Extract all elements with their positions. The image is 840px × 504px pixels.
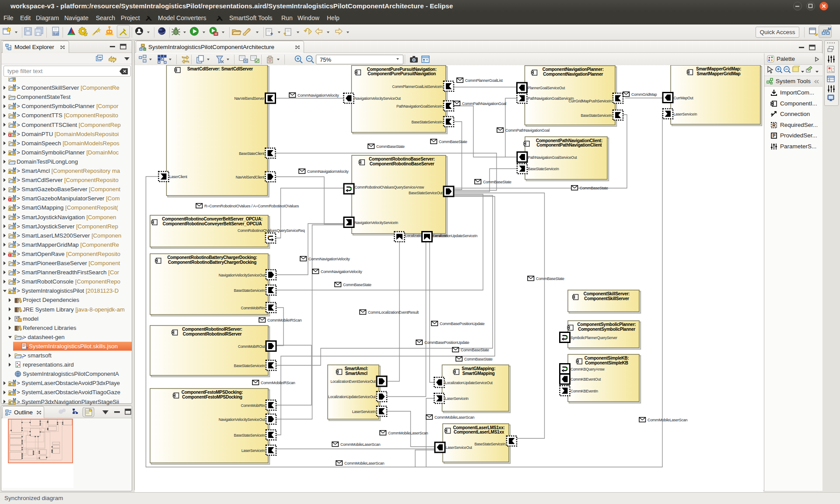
svg-text:ComponentSkillServer: ComponentSkillServer — [584, 296, 629, 301]
svg-text:ComponentRobotinoIRServer:: ComponentRobotinoIRServer: — [182, 327, 242, 332]
svg-text:x: x — [9, 133, 11, 136]
svg-text:LocalizationUpdateServiceOut: LocalizationUpdateServiceOut — [328, 395, 376, 399]
svg-text:LocalizationUpdateServiceIn: LocalizationUpdateServiceIn — [433, 234, 478, 238]
svg-text:BaseStateServiceIn: BaseStateServiceIn — [581, 113, 612, 118]
svg-text:ComponentRobotinoBaseServer: ComponentRobotinoBaseServer — [370, 161, 434, 166]
svg-text:CommBasePositionUpdate: CommBasePositionUpdate — [440, 322, 485, 326]
svg-text:P: P — [773, 133, 776, 138]
svg-text:CommMobileIRScan: CommMobileIRScan — [267, 318, 302, 322]
svg-text:M: M — [13, 102, 16, 106]
svg-text:CommMobileLaserScan: CommMobileLaserScan — [648, 418, 688, 422]
svg-text:!: ! — [9, 290, 10, 294]
svg-text:M: M — [13, 120, 16, 125]
svg-text:CommRobotinoIOValuesQueryServi: CommRobotinoIOValuesQueryServiceReq — [238, 228, 305, 233]
svg-text:CommBaseState: CommBaseState — [439, 140, 467, 144]
svg-text:CommPathNavigationGoal: CommPathNavigationGoal — [462, 102, 506, 106]
svg-text:SystemIntralogisticsPilot.skil: SystemIntralogisticsPilot.skills.json — [29, 343, 118, 350]
svg-text:CommBaseState: CommBaseState — [461, 348, 489, 352]
svg-text:SmartCdlServer: SmartCdlServer: SmartCdlServer: SmartCdlServer — [187, 66, 253, 71]
svg-text:NavigationVelocityServiceOut: NavigationVelocityServiceOut — [354, 96, 401, 101]
svg-text:BaseStateServiceIn: BaseStateServiceIn — [475, 442, 506, 446]
svg-text:> ComponentSkillServer [Compon: > ComponentSkillServer [ComponentRe — [17, 84, 119, 91]
svg-text:SymbolicPlannerQueryServer: SymbolicPlannerQueryServer — [570, 336, 617, 340]
svg-text:> SmartGazeboBaseServer [Compo: > SmartGazeboBaseServer [Component — [17, 186, 120, 192]
svg-text:SmartGMapping: SmartGMapping — [462, 371, 495, 376]
svg-text:ComponentSymbolicPlanner: ComponentSymbolicPlanner — [578, 327, 635, 332]
svg-text:PlannerGoalServiceOut: PlannerGoalServiceOut — [528, 86, 565, 90]
svg-text:CommMobileLaserScan: CommMobileLaserScan — [344, 461, 385, 466]
svg-text:!: ! — [9, 207, 10, 210]
svg-text:> SmartAmcl [ComponentReposito: > SmartAmcl [ComponentRepository ma — [17, 168, 120, 174]
svg-text:SmartMapperGridMap: SmartMapperGridMap — [697, 71, 741, 76]
svg-text:R: R — [772, 123, 776, 128]
svg-text:CommMobIRIn: CommMobIRIn — [241, 403, 265, 408]
svg-text:DomainTestPiLongLong: DomainTestPiLongLong — [17, 158, 78, 165]
svg-text:> SmartGazeboManipulatorServer: > SmartGazeboManipulatorServer [Com — [17, 195, 120, 202]
svg-text:> SmartGMapping [ComponentRepo: > SmartGMapping [ComponentReposit( — [17, 204, 119, 211]
svg-text:ComponentSimpleKB: ComponentSimpleKB — [585, 360, 628, 365]
svg-text:CommRobotinoIOValuesQueryServi: CommRobotinoIOValuesQueryServiceAnsw — [355, 185, 425, 189]
svg-text:CommPlannerGoalList: CommPlannerGoalList — [465, 78, 503, 83]
svg-text:> SmartPlannerBreadthFirstSear: > SmartPlannerBreadthFirstSearch [Cor — [17, 269, 119, 276]
svg-text:ComponentRobotinoBatteryCharge: ComponentRobotinoBatteryChargerDocking: — [167, 255, 257, 260]
svg-text:?: ? — [26, 346, 28, 350]
svg-text:NavVelSendServer: NavVelSendServer — [234, 96, 264, 101]
svg-text:CommMobileLaserScan: CommMobileLaserScan — [340, 442, 381, 447]
svg-text:> DomainSymbolicPlanner [Domai: > DomainSymbolicPlanner [DomainMoc — [17, 149, 119, 156]
svg-text:ComponentNavigationPlanner:: ComponentNavigationPlanner: — [542, 67, 604, 72]
svg-text:!: ! — [9, 392, 10, 395]
svg-text:JRE System Library [java-8-ope: JRE System Library [java-8-openjdk-am — [23, 306, 125, 313]
svg-text:ComponentRobotinoConveyerBeltS: ComponentRobotinoConveyerBeltServer_OPCU… — [163, 221, 262, 226]
svg-text:> SmartJoystickServer [Compone: > SmartJoystickServer [ComponentRep — [17, 223, 118, 230]
svg-text:CommKBQueryAnsw: CommKBQueryAnsw — [570, 367, 605, 371]
svg-text:SmartAmcl:: SmartAmcl: — [345, 366, 368, 371]
svg-text:CommMobIROut: CommMobIROut — [238, 344, 265, 349]
svg-text:> datasheet-gen: > datasheet-gen — [23, 334, 65, 340]
svg-text:CommGridMap: CommGridMap — [631, 92, 657, 97]
svg-text:M: M — [13, 77, 16, 79]
svg-text:M: M — [13, 397, 16, 402]
svg-text:> SystemIntralogisticsPilot [2: > SystemIntralogisticsPilot [20181123-D — [17, 287, 119, 294]
svg-text:> SystemP3dxNavigationPlayerSt: > SystemP3dxNavigationPlayerStageSii — [17, 399, 119, 405]
svg-text:R=CommRobotinoIOValues / A=Com: R=CommRobotinoIOValues / A=CommRobotinoI… — [204, 204, 299, 208]
svg-text:CommKBEventIn: CommKBEventIn — [570, 389, 598, 393]
svg-text:LaserServiceIn: LaserServiceIn — [352, 410, 376, 414]
svg-text:CommBaseState: CommBaseState — [343, 283, 371, 287]
svg-text:CommMobileIRScan: CommMobileIRScan — [261, 381, 295, 385]
svg-text:BaseStateServiceIn: BaseStateServiceIn — [528, 167, 559, 171]
svg-text:> DomainSpeech [DomainModelsRe: > DomainSpeech [DomainModelsRepos — [17, 140, 119, 147]
svg-text:> SystemLaserObstacleAvoidTiag: > SystemLaserObstacleAvoidTiagoGaze — [17, 389, 120, 396]
svg-text:Project Dependencies: Project Dependencies — [23, 297, 79, 303]
svg-text:> SmartRobotConsole [Component: > SmartRobotConsole [ComponentRepo — [17, 278, 120, 285]
svg-text:LaserServiceIn: LaserServiceIn — [674, 112, 697, 116]
svg-text:M: M — [13, 185, 16, 189]
svg-text:!: ! — [9, 198, 10, 202]
svg-text:LaserServiceIn: LaserServiceIn — [445, 396, 469, 401]
svg-text:> SystemLaserObstacleAvoidP3dx: > SystemLaserObstacleAvoidP3dxPlaye — [17, 380, 120, 386]
svg-text:NavigationVelocityServiceOut: NavigationVelocityServiceOut — [219, 417, 266, 422]
svg-text:> smartsoft: > smartsoft — [23, 352, 52, 359]
svg-text:ComponentSimpleKB:: ComponentSimpleKB: — [584, 356, 629, 360]
svg-text:CommBaseState: CommBaseState — [464, 357, 493, 361]
svg-text:ComponentPurePursuitNavigation: ComponentPurePursuitNavigation: — [367, 67, 437, 72]
svg-text:!: ! — [9, 152, 10, 155]
svg-text:LocalizationUpdateServiceOut: LocalizationUpdateServiceOut — [445, 381, 493, 385]
svg-text:SystemIntralogisticsPilotCompo: SystemIntralogisticsPilotComponentA — [23, 371, 119, 377]
svg-text:ComponentStateTest: ComponentStateTest — [17, 94, 70, 100]
svg-text:BaseStateServiceIn: BaseStateServiceIn — [234, 433, 265, 438]
svg-text:M: M — [13, 111, 16, 116]
svg-text:CommNavigationVelocity: CommNavigationVelocity — [298, 93, 339, 98]
svg-text:CommBaseState: CommBaseState — [483, 180, 511, 184]
svg-text:> SmartLaserLMS200Server [Comp: > SmartLaserLMS200Server [Componen — [17, 232, 121, 239]
svg-text:LocalizationEventServiceOut: LocalizationEventServiceOut — [330, 379, 376, 384]
svg-text:NavigationVelocityServiceIn: NavigationVelocityServiceIn — [355, 220, 399, 225]
svg-text:M: M — [13, 249, 16, 254]
svg-text:M: M — [13, 259, 16, 263]
svg-text:> SmartPioneerBaseServer [Comp: > SmartPioneerBaseServer [Component — [17, 260, 120, 266]
svg-text:CommKBEventOut: CommKBEventOut — [570, 377, 601, 382]
svg-text:CommMobileLaserScan: CommMobileLaserScan — [388, 431, 428, 435]
svg-text:NavigationVelocityServiceOut: NavigationVelocityServiceOut — [219, 273, 266, 277]
svg-text:M: M — [13, 139, 16, 143]
svg-text:!: ! — [9, 171, 10, 174]
svg-text:> SmartOpenRave [ComponentRepo: > SmartOpenRave [ComponentReposito — [17, 251, 120, 257]
